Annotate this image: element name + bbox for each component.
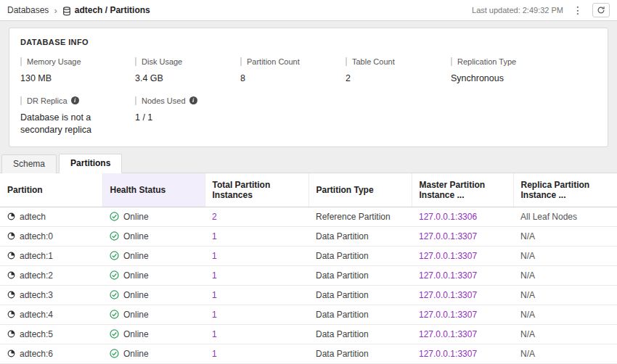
- total-instances-link[interactable]: 1: [212, 290, 217, 300]
- online-check-icon: [110, 310, 119, 319]
- total-instances-link[interactable]: 1: [212, 329, 217, 339]
- breadcrumb-databases-link[interactable]: Databases: [7, 5, 49, 15]
- health-status-text: Online: [123, 270, 149, 281]
- stat-value: Synchronous: [451, 73, 587, 85]
- online-check-icon: [110, 251, 119, 260]
- total-instances-link[interactable]: 1: [212, 310, 217, 320]
- column-header-partition-type[interactable]: Partition Type: [308, 173, 412, 207]
- table-row[interactable]: adtech:5 Online 1 Data Partition 127.0.0…: [0, 324, 617, 344]
- master-instance-link[interactable]: 127.0.0.1:3307: [419, 310, 477, 320]
- partitions-table: Partition Health Status Total Partition …: [0, 173, 617, 364]
- master-instance-link[interactable]: 127.0.0.1:3307: [419, 349, 477, 359]
- online-check-icon: [110, 212, 119, 221]
- total-instances-link[interactable]: 2: [212, 212, 217, 222]
- breadcrumb-current-page: adtech / Partitions: [75, 5, 150, 15]
- table-row[interactable]: adtech:6 Online 1 Data Partition 127.0.0…: [0, 344, 617, 363]
- info-icon[interactable]: i: [71, 96, 79, 104]
- stat-replication-type: Replication Type Synchronous: [451, 57, 597, 85]
- stat-value: 3.4 GB: [135, 73, 230, 85]
- stat-value: 1 / 1: [135, 112, 230, 124]
- stat-label: Memory Usage: [20, 57, 125, 66]
- partition-icon: [7, 349, 15, 357]
- table-row[interactable]: adtech:3 Online 1 Data Partition 127.0.0…: [0, 285, 617, 305]
- table-row[interactable]: adtech:2 Online 1 Data Partition 127.0.0…: [0, 265, 617, 285]
- tab-strip: Schema Partitions: [0, 154, 617, 173]
- online-check-icon: [110, 349, 119, 358]
- health-status-text: Online: [123, 251, 149, 261]
- total-instances-link[interactable]: 1: [212, 251, 217, 261]
- partition-name: adtech:4: [20, 310, 53, 320]
- health-status-text: Online: [123, 349, 149, 359]
- partition-type-text: Data Partition: [316, 329, 369, 339]
- stat-disk-usage: Disk Usage 3.4 GB: [135, 57, 240, 85]
- partition-name: adtech: [20, 212, 46, 222]
- stats-row-1: Memory Usage 130 MB Disk Usage 3.4 GB Pa…: [20, 57, 597, 85]
- stat-dr-replica: DR Replica i Database is not a secondary…: [20, 96, 135, 136]
- stat-value: 2: [346, 73, 441, 85]
- partition-type-text: Data Partition: [316, 251, 369, 261]
- stat-label-text: DR Replica: [27, 96, 68, 105]
- partition-icon: [7, 232, 15, 240]
- replica-instance-text: N/A: [520, 310, 535, 320]
- stat-value: 8: [240, 73, 335, 85]
- partition-name: adtech:1: [20, 251, 53, 261]
- total-instances-link[interactable]: 1: [212, 231, 217, 241]
- partition-icon: [7, 310, 15, 318]
- partition-name: adtech:6: [20, 349, 53, 359]
- last-updated-text: Last updated: 2:49:32 PM: [472, 6, 563, 15]
- online-check-icon: [110, 329, 119, 339]
- health-status-text: Online: [123, 310, 149, 320]
- replica-instance-text: N/A: [520, 270, 535, 281]
- health-status-text: Online: [123, 290, 149, 300]
- partition-icon: [7, 212, 15, 220]
- replica-instance-text: N/A: [520, 329, 535, 339]
- partition-icon: [7, 271, 15, 279]
- kebab-menu-button[interactable]: ⋮: [569, 4, 587, 17]
- health-status-text: Online: [123, 329, 149, 339]
- table-row[interactable]: adtech:0 Online 1 Data Partition 127.0.0…: [0, 226, 617, 246]
- stat-label: Replication Type: [451, 57, 587, 66]
- table-row[interactable]: adtech Online 2 Reference Partition 127.…: [0, 207, 617, 226]
- partitions-table-section: Partition Health Status Total Partition …: [0, 173, 617, 364]
- partition-type-text: Data Partition: [316, 270, 369, 281]
- column-header-master-instance[interactable]: Master Partition Instance ...: [412, 173, 513, 207]
- tab-partitions[interactable]: Partitions: [59, 154, 122, 173]
- partition-type-text: Data Partition: [316, 310, 369, 320]
- column-header-total-instances[interactable]: Total Partition Instances: [205, 173, 308, 207]
- column-header-partition[interactable]: Partition: [0, 173, 102, 207]
- master-instance-link[interactable]: 127.0.0.1:3307: [419, 270, 477, 281]
- master-instance-link[interactable]: 127.0.0.1:3307: [419, 231, 477, 241]
- tab-schema[interactable]: Schema: [1, 154, 57, 173]
- total-instances-link[interactable]: 1: [212, 270, 217, 281]
- partition-name: adtech:3: [20, 290, 53, 300]
- column-header-health-status[interactable]: Health Status: [102, 173, 205, 207]
- refresh-button[interactable]: [592, 3, 610, 17]
- stat-value: Database is not a secondary replica: [20, 112, 125, 136]
- master-instance-link[interactable]: 127.0.0.1:3307: [419, 290, 477, 300]
- stat-label: Disk Usage: [135, 57, 230, 66]
- refresh-icon: [597, 6, 605, 15]
- table-row[interactable]: adtech:1 Online 1 Data Partition 127.0.0…: [0, 246, 617, 265]
- stat-label: Partition Count: [240, 57, 335, 66]
- partition-icon: [7, 291, 15, 299]
- stat-label: DR Replica i: [20, 96, 125, 105]
- partition-type-text: Data Partition: [316, 290, 369, 300]
- table-header-row: Partition Health Status Total Partition …: [0, 173, 617, 207]
- database-info-card: DATABASE INFO Memory Usage 130 MB Disk U…: [9, 28, 608, 147]
- stat-partition-count: Partition Count 8: [240, 57, 346, 85]
- health-status-text: Online: [123, 212, 149, 222]
- master-instance-link[interactable]: 127.0.0.1:3307: [419, 251, 477, 261]
- master-instance-link[interactable]: 127.0.0.1:3307: [419, 329, 477, 339]
- master-instance-link[interactable]: 127.0.0.1:3306: [419, 212, 477, 222]
- table-row[interactable]: adtech:4 Online 1 Data Partition 127.0.0…: [0, 305, 617, 324]
- health-status-text: Online: [123, 231, 149, 241]
- column-header-replica-instance[interactable]: Replica Partition Instance ...: [513, 173, 617, 207]
- online-check-icon: [110, 270, 119, 280]
- replica-instance-text: N/A: [520, 349, 535, 359]
- online-check-icon: [110, 231, 119, 241]
- stats-row-2: DR Replica i Database is not a secondary…: [20, 96, 597, 136]
- info-icon[interactable]: i: [189, 96, 197, 104]
- total-instances-link[interactable]: 1: [212, 349, 217, 359]
- replica-instance-text: N/A: [520, 290, 535, 300]
- stat-memory-usage: Memory Usage 130 MB: [20, 57, 135, 85]
